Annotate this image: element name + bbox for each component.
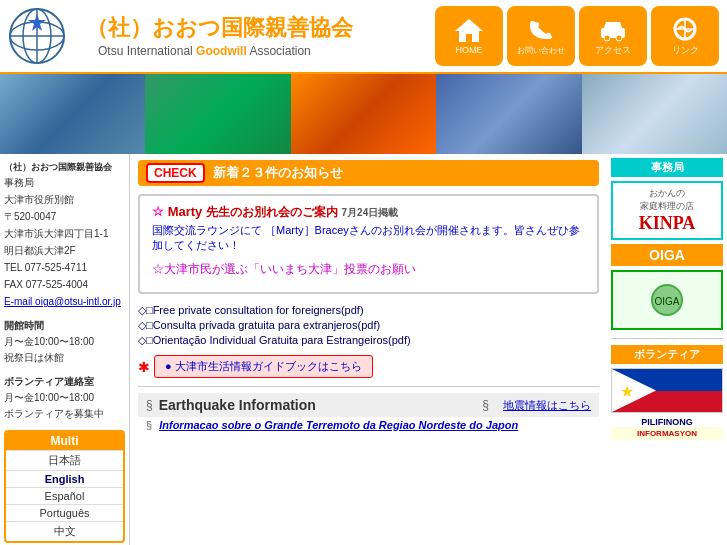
lang-multi-label: Multi xyxy=(6,432,123,450)
links-section: ◇□Free private consultation for foreigne… xyxy=(138,304,599,347)
volunteer-recruit: ボランティアを募集中 xyxy=(4,406,125,422)
org-fax: FAX 077-525-4004 xyxy=(4,277,125,293)
title-jp-text: （社）おおつ国際親善協会 xyxy=(86,15,353,40)
org-address3: 明日都浜大津2F xyxy=(4,243,125,259)
rs-section-kinpa: 事務局 おかんの 家庭料理の店 KINPA OIGA OIGA xyxy=(611,158,723,330)
banner-img-4 xyxy=(436,74,581,154)
news-sub-text: ☆大津市民が選ぶ「いいまち大津」投票のお願い xyxy=(152,262,416,276)
nav-contact-button[interactable]: お問い合わせ xyxy=(507,6,575,66)
rs-informa: INFORMASYON xyxy=(611,427,723,440)
rs-divider xyxy=(611,338,723,339)
lang-english[interactable]: English xyxy=(6,470,123,487)
red-notice: ✱ ● 大津市生活情報ガイドブックはこちら xyxy=(138,355,599,378)
banner-img-3 xyxy=(291,74,436,154)
nav-contact-label: お問い合わせ xyxy=(517,45,565,56)
link-spanish-pdf[interactable]: ◇□Consulta privada gratuita para extranj… xyxy=(138,319,599,332)
nav-link-label: リンク xyxy=(672,44,699,57)
title-en-prefix: Otsu International xyxy=(86,44,196,58)
eq-link2[interactable]: Informacao sobre o Grande Terremoto da R… xyxy=(159,419,518,431)
rs-image: OIGA xyxy=(627,275,707,325)
hours-section: 開館時間 月〜金10:00〜18:00 祝祭日は休館 xyxy=(4,318,125,366)
left-sidebar: （社）おおつ国際親善協会 事務局 大津市役所別館 〒520-0047 大津市浜大… xyxy=(0,154,130,545)
nav-link-button[interactable]: リンク xyxy=(651,6,719,66)
banner xyxy=(0,74,727,154)
news-title-rest: 先生のお別れ会のご案内 xyxy=(206,205,338,219)
org-email[interactable]: E-mail oiga@otsu-intl.or.jp xyxy=(4,294,125,310)
eq-header: § Earthquake Information § 地震情報はこちら xyxy=(138,393,599,417)
svg-point-9 xyxy=(604,35,610,41)
nav-home-button[interactable]: HOME xyxy=(435,6,503,66)
eq-link[interactable]: 地震情報はこちら xyxy=(503,398,591,413)
rs-title-2: ボランティア xyxy=(611,345,723,364)
eq-link-row: § Informacao sobre o Grande Terremoto da… xyxy=(138,417,599,433)
news-star: ☆ xyxy=(152,204,164,219)
eq-title: Earthquake Information xyxy=(159,397,483,413)
rs-section-volunteer: ボランティア ★ PILIFINONG INFORMASYON xyxy=(611,345,723,440)
volunteer-hours: 月〜金10:00〜18:00 xyxy=(4,390,125,406)
org-info: （社）おおつ国際親善協会 事務局 大津市役所別館 〒520-0047 大津市浜大… xyxy=(4,160,125,310)
logo xyxy=(8,7,78,65)
lang-spanish[interactable]: Español xyxy=(6,487,123,504)
lang-japanese[interactable]: 日本語 xyxy=(6,450,123,470)
svg-marker-6 xyxy=(455,19,483,42)
org-address1: 大津市役所別館 xyxy=(4,192,125,208)
news-name: Marty xyxy=(168,204,203,219)
news-item-1: ☆ Marty 先生のお別れ会のご案内 7月24日掲載 国際交流ラウンジにて ［… xyxy=(152,204,585,253)
hours-weekday: 月〜金10:00〜18:00 xyxy=(4,334,125,350)
eq-symbol-right: § xyxy=(482,398,489,412)
svg-marker-8 xyxy=(604,22,622,28)
news-body-1: 国際交流ラウンジにて ［Marty］Braceyさんのお別れ会が開催されます。皆… xyxy=(152,223,585,253)
eq-link2-symbol: § xyxy=(146,419,152,431)
link-english-pdf[interactable]: ◇□Free private consultation for foreigne… xyxy=(138,304,599,317)
section-divider xyxy=(138,386,599,387)
car-icon xyxy=(598,16,628,42)
rs-green-box: OIGA xyxy=(611,270,723,330)
lang-chinese[interactable]: 中文 xyxy=(6,521,123,541)
org-dept: 事務局 xyxy=(4,175,125,191)
link-icon xyxy=(670,16,700,42)
nav-home-label: HOME xyxy=(456,45,483,55)
rs-flag: ★ xyxy=(611,368,723,413)
banner-img-5 xyxy=(582,74,727,154)
title-en-bold: Goodwill xyxy=(196,44,247,58)
lang-portuguese[interactable]: Português xyxy=(6,504,123,521)
header: （社）おおつ国際親善協会 Otsu International Goodwill… xyxy=(0,0,727,74)
svg-text:OIGA: OIGA xyxy=(654,296,679,307)
news-sub-link[interactable]: ☆大津市民が選ぶ「いいまち大津」投票のお願い xyxy=(152,262,416,276)
banner-img-1 xyxy=(0,74,145,154)
volunteer-section: ボランティア連絡室 月〜金10:00〜18:00 ボランティアを募集中 xyxy=(4,374,125,422)
header-title: （社）おおつ国際親善協会 Otsu International Goodwill… xyxy=(78,13,435,60)
logo-icon xyxy=(8,7,66,65)
nav-access-label: アクセス xyxy=(595,44,631,57)
title-japanese: （社）おおつ国際親善協会 xyxy=(86,13,435,43)
eq-symbol-left: § xyxy=(146,398,153,412)
rs-oiga-label: OIGA xyxy=(611,244,723,266)
banner-img-2 xyxy=(145,74,290,154)
link-portuguese-pdf[interactable]: ◇□Orientação Individual Gratuita para Es… xyxy=(138,334,599,347)
title-en-suffix: Association xyxy=(247,44,311,58)
org-name: （社）おおつ国際親善協会 xyxy=(4,160,125,174)
card-label-okano: おかんの xyxy=(617,187,717,200)
notice-link[interactable]: ● 大津市生活情報ガイドブックはこちら xyxy=(154,355,373,378)
check-text: 新着２３件のお知らせ xyxy=(213,164,343,182)
news-title-1: ☆ Marty 先生のお別れ会のご案内 7月24日掲載 xyxy=(152,204,585,221)
rs-pilipin: PILIFINONG xyxy=(611,417,723,427)
nav-buttons: HOME お問い合わせ アクセス xyxy=(435,6,719,66)
org-tel: TEL 077-525-4711 xyxy=(4,260,125,276)
check-bar: CHECK 新着２３件のお知らせ xyxy=(138,160,599,186)
right-sidebar: 事務局 おかんの 家庭料理の店 KINPA OIGA OIGA ボランティア xyxy=(607,154,727,545)
main-content: CHECK 新着２３件のお知らせ ☆ Marty 先生のお別れ会のご案内 7月2… xyxy=(130,154,607,545)
nav-access-button[interactable]: アクセス xyxy=(579,6,647,66)
org-address2: 大津市浜大津四丁目1-1 xyxy=(4,226,125,242)
earthquake-section: § Earthquake Information § 地震情報はこちら § In… xyxy=(138,393,599,433)
volunteer-label: ボランティア連絡室 xyxy=(4,374,125,390)
news-date: 7月24日掲載 xyxy=(342,207,399,218)
hours-holiday: 祝祭日は休館 xyxy=(4,350,125,366)
rs-card-kinpa: おかんの 家庭料理の店 KINPA xyxy=(611,181,723,240)
home-icon xyxy=(454,17,484,43)
card-label-home: 家庭料理の店 xyxy=(617,200,717,213)
rs-title-1: 事務局 xyxy=(611,158,723,177)
check-badge: CHECK xyxy=(146,163,205,183)
news-sub[interactable]: ☆大津市民が選ぶ「いいまち大津」投票のお願い xyxy=(152,261,585,278)
title-english: Otsu International Goodwill Association xyxy=(86,43,435,60)
